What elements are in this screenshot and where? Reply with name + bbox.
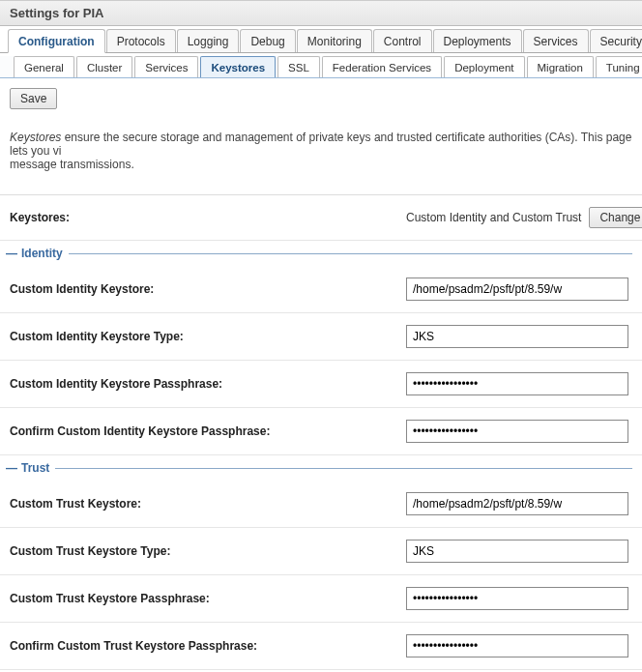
label-identity-keystore-type: Custom Identity Keystore Type: xyxy=(10,330,406,343)
tab-services[interactable]: Services xyxy=(523,29,589,52)
input-identity-pass[interactable] xyxy=(406,372,628,395)
input-identity-keystore[interactable] xyxy=(406,278,628,301)
value-keystores: Custom Identity and Custom Trust xyxy=(406,211,581,224)
section-identity: — Identity xyxy=(0,241,642,266)
subtab-ssl[interactable]: SSL xyxy=(277,56,320,77)
subtab-migration[interactable]: Migration xyxy=(527,56,594,77)
tab-configuration[interactable]: Configuration xyxy=(8,29,105,53)
label-trust-pass: Custom Trust Keystore Passphrase: xyxy=(10,592,406,605)
row-identity-pass-confirm: Confirm Custom Identity Keystore Passphr… xyxy=(0,408,642,455)
label-identity-pass: Custom Identity Keystore Passphrase: xyxy=(10,377,406,391)
description-keyword: Keystores xyxy=(10,131,61,144)
input-identity-keystore-type[interactable] xyxy=(406,325,628,348)
label-identity-keystore: Custom Identity Keystore: xyxy=(10,282,406,296)
subtab-keystores[interactable]: Keystores xyxy=(200,56,276,78)
subtab-services[interactable]: Services xyxy=(134,56,198,77)
description-text: ensure the secure storage and management… xyxy=(10,131,631,158)
collapse-icon[interactable]: — xyxy=(6,247,17,260)
input-identity-pass-confirm[interactable] xyxy=(406,420,628,443)
label-identity-pass-confirm: Confirm Custom Identity Keystore Passphr… xyxy=(10,424,406,438)
tab-protocols[interactable]: Protocols xyxy=(106,29,176,52)
input-trust-keystore[interactable] xyxy=(406,492,628,515)
section-trust: — Trust xyxy=(0,455,642,481)
label-trust-keystore: Custom Trust Keystore: xyxy=(10,497,406,511)
tab-control[interactable]: Control xyxy=(373,29,432,52)
input-trust-pass[interactable] xyxy=(406,587,628,610)
subtab-cluster[interactable]: Cluster xyxy=(76,56,132,77)
tab-deployments[interactable]: Deployments xyxy=(433,29,522,52)
section-identity-label: Identity xyxy=(21,247,63,260)
divider xyxy=(55,468,632,469)
tab-monitoring[interactable]: Monitoring xyxy=(297,29,372,52)
top-tabs: Configuration Protocols Logging Debug Mo… xyxy=(0,29,642,53)
row-identity-keystore-type: Custom Identity Keystore Type: xyxy=(0,313,642,361)
change-button[interactable]: Change xyxy=(589,207,642,228)
row-trust-keystore-type: Custom Trust Keystore Type: xyxy=(0,528,642,575)
row-keystores: Keystores: Custom Identity and Custom Tr… xyxy=(0,195,642,241)
subtab-tuning[interactable]: Tuning xyxy=(596,56,642,77)
subtab-deployment[interactable]: Deployment xyxy=(444,56,524,77)
label-keystores: Keystores: xyxy=(10,211,406,224)
input-trust-pass-confirm[interactable] xyxy=(406,634,628,657)
input-trust-keystore-type[interactable] xyxy=(406,540,628,563)
tab-debug[interactable]: Debug xyxy=(240,29,295,52)
row-trust-pass-confirm: Confirm Custom Trust Keystore Passphrase… xyxy=(0,623,642,670)
label-trust-keystore-type: Custom Trust Keystore Type: xyxy=(10,544,406,558)
sub-tabs: General Cluster Services Keystores SSL F… xyxy=(0,56,642,78)
label-trust-pass-confirm: Confirm Custom Trust Keystore Passphrase… xyxy=(10,639,406,653)
description-text-2: message transmissions. xyxy=(10,158,134,171)
subtab-federation-services[interactable]: Federation Services xyxy=(322,56,442,77)
row-identity-keystore: Custom Identity Keystore: xyxy=(0,266,642,313)
row-trust-keystore: Custom Trust Keystore: xyxy=(0,481,642,528)
section-trust-label: Trust xyxy=(21,461,49,475)
subtab-general[interactable]: General xyxy=(14,56,74,77)
tab-security[interactable]: Security xyxy=(590,29,642,52)
description: Keystores ensure the secure storage and … xyxy=(0,119,642,195)
row-identity-pass: Custom Identity Keystore Passphrase: xyxy=(0,361,642,408)
tab-logging[interactable]: Logging xyxy=(177,29,240,52)
divider xyxy=(69,253,632,254)
collapse-icon[interactable]: — xyxy=(6,461,17,475)
save-button[interactable]: Save xyxy=(10,88,57,109)
page-title: Settings for PIA xyxy=(0,0,642,26)
row-trust-pass: Custom Trust Keystore Passphrase: xyxy=(0,575,642,623)
